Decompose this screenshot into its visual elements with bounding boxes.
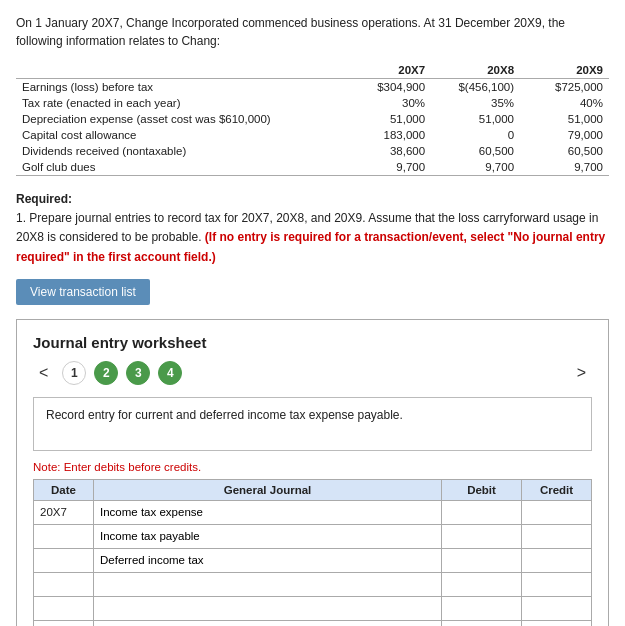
row-v1-5: 38,600 [342, 143, 431, 159]
debit-cell-3[interactable] [442, 548, 522, 572]
row-label-5: Dividends received (nontaxable) [16, 143, 342, 159]
account-cell-1[interactable] [94, 500, 442, 524]
col-header-credit: Credit [522, 479, 592, 500]
credit-cell-5[interactable] [522, 596, 592, 620]
debit-cell-1[interactable] [442, 500, 522, 524]
required-heading: Required: [16, 192, 72, 206]
credit-input-5[interactable] [528, 602, 585, 614]
journal-entry-worksheet: Journal entry worksheet < 1 2 3 4 > Reco… [16, 319, 609, 626]
tab-2[interactable]: 2 [94, 361, 118, 385]
required-section: Required: 1. Prepare journal entries to … [16, 190, 609, 267]
nav-right-button[interactable]: > [571, 362, 592, 384]
journal-row-2 [34, 524, 592, 548]
credit-cell-2[interactable] [522, 524, 592, 548]
row-v2-2: 35% [431, 95, 520, 111]
row-v1-1: $304,900 [342, 79, 431, 96]
account-input-4[interactable] [100, 578, 435, 590]
account-cell-6[interactable] [94, 620, 442, 626]
tab-1[interactable]: 1 [62, 361, 86, 385]
row-v3-6: 9,700 [520, 159, 609, 176]
journal-row-4 [34, 572, 592, 596]
row-label-3: Depreciation expense (asset cost was $61… [16, 111, 342, 127]
row-label-2: Tax rate (enacted in each year) [16, 95, 342, 111]
row-label-1: Earnings (loss) before tax [16, 79, 342, 96]
date-cell-3 [34, 548, 94, 572]
debit-cell-2[interactable] [442, 524, 522, 548]
row-v2-3: 51,000 [431, 111, 520, 127]
journal-instruction-text: Record entry for current and deferred in… [46, 408, 403, 422]
row-v1-2: 30% [342, 95, 431, 111]
row-v2-5: 60,500 [431, 143, 520, 159]
account-cell-5[interactable] [94, 596, 442, 620]
row-v2-6: 9,700 [431, 159, 520, 176]
data-table: 20X7 20X8 20X9 Earnings (loss) before ta… [16, 62, 609, 176]
date-cell-5 [34, 596, 94, 620]
debit-input-4[interactable] [448, 578, 515, 590]
intro-text: On 1 January 20X7, Change Incorporated c… [16, 14, 609, 50]
journal-row-3 [34, 548, 592, 572]
credit-input-1[interactable] [528, 506, 585, 518]
credit-cell-4[interactable] [522, 572, 592, 596]
row-v2-4: 0 [431, 127, 520, 143]
journal-row-6 [34, 620, 592, 626]
date-cell-4 [34, 572, 94, 596]
row-v2-1: $(456,100) [431, 79, 520, 96]
account-input-2[interactable] [100, 530, 435, 542]
credit-input-3[interactable] [528, 554, 585, 566]
row-v1-4: 183,000 [342, 127, 431, 143]
account-cell-4[interactable] [94, 572, 442, 596]
nav-left-button[interactable]: < [33, 362, 54, 384]
col-header-date: Date [34, 479, 94, 500]
col-header-debit: Debit [442, 479, 522, 500]
tab-4[interactable]: 4 [158, 361, 182, 385]
journal-instruction-box: Record entry for current and deferred in… [33, 397, 592, 451]
account-input-3[interactable] [100, 554, 435, 566]
debit-cell-6[interactable] [442, 620, 522, 626]
note-text: Note: Enter debits before credits. [33, 461, 592, 473]
credit-input-4[interactable] [528, 578, 585, 590]
journal-row-1: 20X7 [34, 500, 592, 524]
journal-row-5 [34, 596, 592, 620]
credit-cell-6[interactable] [522, 620, 592, 626]
journal-table: Date General Journal Debit Credit 20X7 [33, 479, 592, 626]
credit-cell-1[interactable] [522, 500, 592, 524]
row-label-4: Capital cost allowance [16, 127, 342, 143]
debit-cell-4[interactable] [442, 572, 522, 596]
date-cell-6 [34, 620, 94, 626]
account-input-1[interactable] [100, 506, 435, 518]
tab-navigation-row: < 1 2 3 4 > [33, 361, 592, 385]
credit-input-2[interactable] [528, 530, 585, 542]
account-input-5[interactable] [100, 602, 435, 614]
account-cell-2[interactable] [94, 524, 442, 548]
row-label-6: Golf club dues [16, 159, 342, 176]
journal-title: Journal entry worksheet [33, 334, 592, 351]
row-v3-4: 79,000 [520, 127, 609, 143]
account-cell-3[interactable] [94, 548, 442, 572]
debit-input-2[interactable] [448, 530, 515, 542]
row-v3-1: $725,000 [520, 79, 609, 96]
debit-input-5[interactable] [448, 602, 515, 614]
row-v1-6: 9,700 [342, 159, 431, 176]
date-cell-2 [34, 524, 94, 548]
col-header-general: General Journal [94, 479, 442, 500]
debit-input-3[interactable] [448, 554, 515, 566]
view-transaction-list-button[interactable]: View transaction list [16, 279, 150, 305]
row-v1-3: 51,000 [342, 111, 431, 127]
row-v3-5: 60,500 [520, 143, 609, 159]
row-v3-2: 40% [520, 95, 609, 111]
tab-3[interactable]: 3 [126, 361, 150, 385]
date-cell-1: 20X7 [34, 500, 94, 524]
credit-cell-3[interactable] [522, 548, 592, 572]
row-v3-3: 51,000 [520, 111, 609, 127]
debit-cell-5[interactable] [442, 596, 522, 620]
debit-input-1[interactable] [448, 506, 515, 518]
